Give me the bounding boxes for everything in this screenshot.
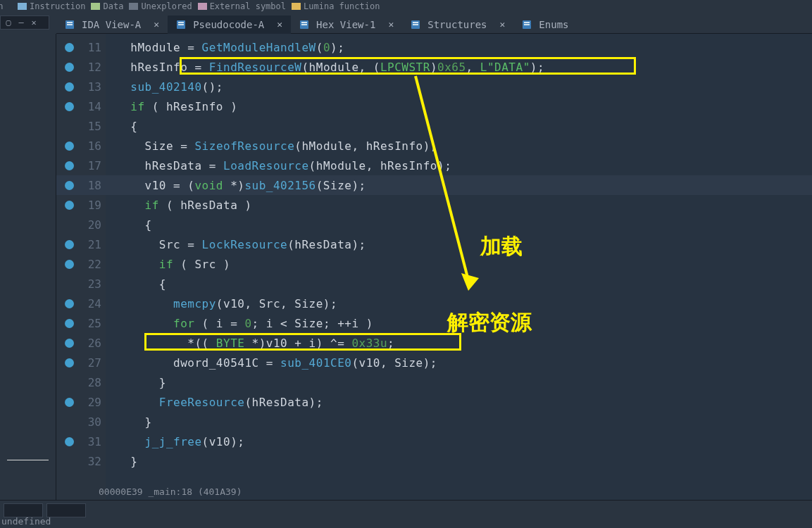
code-line[interactable]: 25 for ( i = 0; i < Size; ++i ) — [56, 313, 812, 333]
code-line[interactable]: 23 { — [56, 274, 812, 294]
legend-swatch — [129, 3, 138, 10]
code-content: hResData = LoadResource(hModule, hResInf… — [116, 159, 451, 172]
legend-label: External symbol — [210, 1, 286, 11]
legend-label-partial: on — [0, 1, 8, 11]
dash-button[interactable]: — — [16, 18, 26, 27]
tab-enums[interactable]: Enums — [513, 15, 577, 34]
tab-icon — [522, 20, 532, 30]
breakpoint-dot[interactable] — [65, 43, 74, 52]
svg-rect-2 — [67, 24, 73, 25]
status-line: 00000E39 _main:18 (401A39) — [99, 484, 242, 498]
code-content: v10 = (void *)sub_402156(Size); — [116, 179, 366, 192]
code-line[interactable]: 27 dword_40541C = sub_401CE0(v10, Size); — [56, 353, 812, 372]
breakpoint-dot[interactable] — [65, 457, 74, 466]
legend-swatch — [198, 3, 207, 10]
breakpoint-dot[interactable] — [65, 220, 74, 230]
code-line[interactable]: 22 if ( Src ) — [56, 254, 812, 274]
code-line[interactable]: 30 } — [56, 412, 812, 432]
tab-pseudocode-a[interactable]: Pseudocode-A✕ — [168, 15, 291, 34]
tab-label: Enums — [539, 19, 568, 30]
line-number: 25 — [76, 317, 101, 330]
code-content: hModule = GetModuleHandleW(0); — [116, 41, 344, 54]
code-line[interactable]: 19 if ( hResData ) — [56, 195, 812, 215]
code-content: { — [116, 120, 137, 133]
minimize-button[interactable]: ▢ — [4, 18, 13, 27]
breakpoint-dot[interactable] — [65, 201, 74, 210]
code-line[interactable]: 15 { — [56, 116, 812, 136]
breakpoint-dot[interactable] — [65, 102, 74, 111]
code-area[interactable]: 11 hModule = GetModuleHandleW(0);12 hRes… — [56, 34, 812, 500]
window-controls: ▢ — ✕ — [0, 15, 49, 30]
breakpoint-dot[interactable] — [65, 398, 74, 407]
breakpoint-dot[interactable] — [65, 417, 74, 427]
code-line[interactable]: 13 sub_402140(); — [56, 77, 812, 96]
line-number: 13 — [76, 80, 101, 94]
legend-item: Instruction — [18, 1, 85, 11]
tab-hex-view-1[interactable]: Hex View-1✕ — [291, 15, 402, 34]
code-content: hResInfo = FindResourceW(hModule, (LPCWS… — [116, 61, 544, 74]
tab-label: IDA View-A — [82, 19, 141, 30]
code-line[interactable]: 28 } — [56, 372, 812, 392]
tab-close-icon[interactable]: ✕ — [154, 19, 159, 30]
breakpoint-dot[interactable] — [65, 378, 74, 387]
code-content: } — [116, 415, 152, 429]
code-line[interactable]: 24 memcpy(v10, Src, Size); — [56, 294, 812, 313]
bottom-tab-2[interactable] — [46, 503, 86, 517]
breakpoint-dot[interactable] — [65, 260, 74, 269]
code-content: memcpy(v10, Src, Size); — [116, 297, 337, 310]
code-content: *((_BYTE *)v10 + i) ^= 0x33u; — [116, 337, 394, 350]
legend-item: Lumina function — [292, 1, 380, 11]
breakpoint-dot[interactable] — [65, 358, 74, 367]
breakpoint-dot[interactable] — [65, 339, 74, 348]
svg-rect-13 — [524, 22, 530, 23]
code-line[interactable]: 14 if ( hResInfo ) — [56, 96, 812, 116]
tab-close-icon[interactable]: ✕ — [388, 19, 394, 30]
code-content: } — [116, 455, 137, 468]
line-number: 32 — [76, 455, 101, 468]
code-line[interactable]: 32 } — [56, 451, 812, 471]
tab-structures[interactable]: Structures✕ — [402, 15, 513, 34]
breakpoint-dot[interactable] — [65, 319, 74, 328]
bottom-tab-1[interactable] — [4, 503, 43, 517]
code-line[interactable]: 16 Size = SizeofResource(hModule, hResIn… — [56, 136, 812, 156]
breakpoint-dot[interactable] — [65, 181, 74, 190]
bottom-bar: undefined — [0, 500, 812, 528]
line-number: 24 — [76, 297, 101, 310]
tab-close-icon[interactable]: ✕ — [277, 19, 282, 30]
left-panel-divider — [7, 460, 49, 460]
tab-label: Structures — [427, 19, 487, 30]
code-line[interactable]: 26 *((_BYTE *)v10 + i) ^= 0x33u; — [56, 333, 812, 353]
line-number: 18 — [76, 179, 101, 192]
breakpoint-dot[interactable] — [65, 437, 74, 446]
breakpoint-dot[interactable] — [65, 63, 74, 72]
tab-close-icon[interactable]: ✕ — [500, 19, 506, 30]
code-line[interactable]: 31 j_j_free(v10); — [56, 432, 812, 451]
breakpoint-dot[interactable] — [65, 279, 74, 289]
breakpoint-dot[interactable] — [65, 82, 74, 92]
code-line[interactable]: 12 hResInfo = FindResourceW(hModule, (LP… — [56, 57, 812, 77]
breakpoint-dot[interactable] — [65, 142, 74, 151]
line-number: 23 — [76, 277, 101, 291]
legend-item: on — [0, 1, 8, 11]
code-line[interactable]: 11 hModule = GetModuleHandleW(0); — [56, 37, 812, 57]
code-line[interactable]: 18 v10 = (void *)sub_402156(Size); — [56, 175, 812, 195]
left-panel — [0, 34, 56, 500]
line-number: 20 — [76, 218, 101, 232]
code-line[interactable]: 29 FreeResource(hResData); — [56, 392, 812, 412]
code-line[interactable]: 20 { — [56, 215, 812, 234]
close-button[interactable]: ✕ — [29, 18, 39, 27]
bottom-status-text: undefined — [1, 516, 51, 527]
line-number: 15 — [76, 120, 101, 133]
code-line[interactable]: 17 hResData = LoadResource(hModule, hRes… — [56, 156, 812, 175]
code-content: { — [116, 218, 152, 232]
tab-ida-view-a[interactable]: IDA View-A✕ — [56, 15, 168, 34]
breakpoint-dot[interactable] — [65, 161, 74, 170]
code-line[interactable]: 21 Src = LockResource(hResData); — [56, 234, 812, 254]
tab-icon — [411, 20, 420, 30]
legend-swatch — [292, 3, 301, 10]
line-number: 31 — [76, 435, 101, 448]
code-content: j_j_free(v10); — [116, 435, 244, 448]
breakpoint-dot[interactable] — [65, 122, 74, 131]
breakpoint-dot[interactable] — [65, 240, 74, 249]
breakpoint-dot[interactable] — [65, 299, 74, 308]
